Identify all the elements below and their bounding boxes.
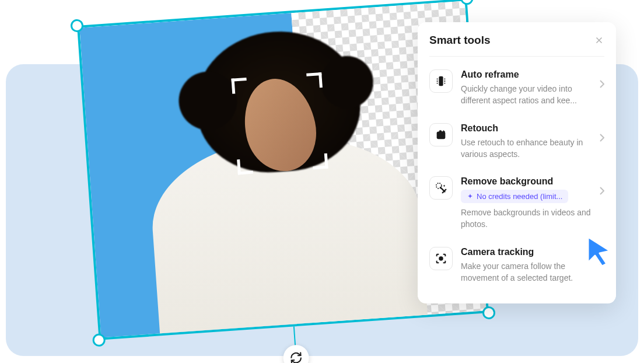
chevron-right-icon (600, 257, 604, 266)
smart-tools-panel: Smart tools Auto reframe Quickly change … (418, 22, 616, 303)
tool-auto-reframe[interactable]: Auto reframe Quickly change your video i… (429, 61, 604, 115)
auto-reframe-icon (429, 69, 453, 93)
camera-tracking-icon (429, 247, 453, 270)
tool-title: Auto reframe (461, 69, 592, 80)
retouch-icon (429, 123, 453, 146)
chevron-right-icon (600, 80, 604, 88)
panel-title: Smart tools (429, 34, 491, 47)
tool-description: Quickly change your video into different… (461, 83, 592, 107)
svg-point-3 (439, 257, 443, 260)
chevron-right-icon (600, 187, 604, 195)
rotate-icon (289, 351, 303, 363)
tool-description: Make your camera follow the movement of … (461, 260, 592, 284)
tool-title: Camera tracking (461, 247, 592, 257)
svg-rect-1 (437, 131, 446, 139)
tool-description: Remove backgrounds in videos and photos. (461, 207, 592, 231)
close-icon[interactable] (594, 35, 604, 46)
svg-rect-0 (439, 77, 443, 86)
tool-title: Retouch (461, 123, 592, 134)
tool-retouch[interactable]: Retouch Use retouch to enhance beauty in… (429, 115, 604, 169)
tool-remove-background[interactable]: Remove background No credits needed (lim… (429, 168, 604, 239)
tool-camera-tracking[interactable]: Camera tracking Make your camera follow … (429, 239, 604, 292)
tool-title: Remove background (461, 176, 592, 187)
chevron-right-icon (600, 134, 604, 142)
remove-background-icon (429, 176, 453, 200)
credits-badge: No credits needed (limit... (461, 190, 568, 203)
subject-image (121, 4, 445, 335)
tool-description: Use retouch to enhance beauty in various… (461, 137, 592, 160)
sparkle-icon (467, 193, 474, 200)
